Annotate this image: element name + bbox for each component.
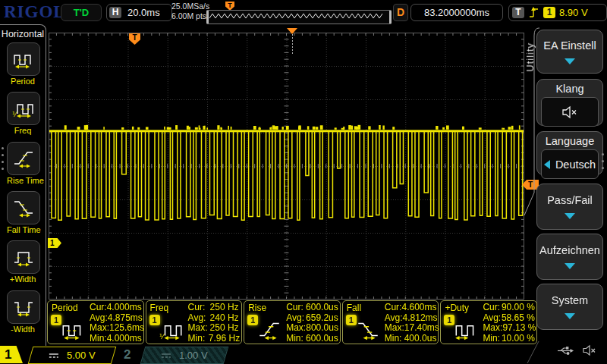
measurement-panel-period: Period 1 Cur:4.000ms Avg:4.875ms Max:125…: [47, 300, 144, 344]
rise-time-icon: [7, 142, 40, 175]
measurement-name: Period: [52, 303, 78, 313]
stat-value: 400.0us: [404, 334, 437, 344]
rigol-logo: RIGOL: [4, 2, 66, 22]
stat-label: Cur:: [188, 303, 210, 313]
rise-glyph-icon: [256, 319, 282, 340]
stat-value: 125.6ms: [109, 323, 144, 334]
stat-value: 600.0us: [306, 303, 338, 313]
stat-value: 58.65 %: [502, 313, 535, 324]
stat-value: 97.13 %: [502, 323, 536, 334]
stat-label: Min:: [188, 334, 209, 344]
memory-waveform-preview[interactable]: [206, 10, 392, 24]
stat-value: 659.2us: [306, 313, 338, 324]
channel2-scale-value: 1.00 V: [179, 350, 208, 361]
duty-glyph-icon: [453, 319, 479, 340]
sidebar-item-rise-time[interactable]: Rise Time: [7, 142, 39, 185]
channel1-number-tag[interactable]: 1: [0, 346, 23, 363]
stat-label: Max:: [483, 323, 502, 334]
stat-value: 800.0us: [306, 323, 338, 334]
measurement-panel-duty: +Duty 1 Cur:90.00 % Avg:58.65 % Max:97.1…: [440, 300, 537, 344]
sidebar-item-label: Fall Time: [7, 225, 39, 234]
right-scroll-indicator: [602, 153, 604, 169]
stat-label: Avg:: [188, 313, 210, 324]
stat-label: Max:: [286, 323, 306, 334]
stat-value: 17.40ms: [404, 323, 439, 334]
stat-label: Avg:: [483, 313, 502, 324]
chevron-left-icon: [544, 160, 550, 169]
measurement-name: +Duty: [445, 303, 469, 313]
stat-value: 250 Hz: [210, 323, 239, 334]
stat-value: 90.00 %: [502, 303, 535, 313]
stat-value: 4.875ms: [108, 313, 143, 324]
horizontal-h-icon: H: [109, 7, 121, 18]
sidebar-item-minus-width[interactable]: -Width: [7, 290, 39, 334]
menu-item-label: Klang: [537, 83, 602, 95]
stat-label: Avg:: [90, 313, 108, 324]
chevron-down-icon: [565, 58, 575, 64]
sidebar-item-fall-time[interactable]: Fall Time: [7, 191, 39, 234]
menu-item-system[interactable]: System: [536, 284, 603, 330]
horizontal-timebase-box[interactable]: H 20.0ms: [106, 4, 172, 21]
menu-item-aufzeichnen[interactable]: Aufzeichnen: [536, 234, 603, 280]
measure-sidebar-title: Horizontal: [0, 29, 46, 39]
stat-value: 4.000ms: [107, 334, 142, 344]
sidebar-item-label: Freq: [7, 126, 39, 135]
menu-item-label: Pass/Fail: [547, 194, 593, 206]
measurement-name: Rise: [248, 303, 266, 313]
freq-glyph-icon: ⅟: [159, 319, 184, 340]
dc-coupling-icon: [161, 352, 171, 359]
timebase-value: 20.0ms: [127, 7, 160, 18]
measurement-panel-rise: Rise 1 Cur:600.0us Avg:659.2us Max:800.0…: [244, 300, 341, 344]
sidebar-item-plus-width[interactable]: +Width: [7, 240, 39, 284]
delay-d-icon: D: [393, 4, 408, 21]
stat-label: Max:: [385, 323, 404, 334]
menu-item-ea-einstell[interactable]: EA Einstell: [536, 30, 603, 74]
svg-text:⅟: ⅟: [12, 111, 17, 118]
stat-label: Cur:: [483, 303, 502, 313]
menu-item-label: EA Einstell: [543, 39, 596, 52]
freq-icon: ⅟: [7, 92, 40, 125]
language-value-box: Deutsch: [541, 149, 599, 179]
sound-setting-box: [541, 97, 599, 127]
channel2-scale-box[interactable]: 1.00 V: [140, 347, 229, 364]
menu-item-klang[interactable]: Klang: [536, 79, 603, 126]
waveform-display[interactable]: [49, 33, 524, 300]
channel1-scale-box[interactable]: 5.00 V: [28, 347, 117, 364]
menu-item-language[interactable]: Language Deutsch: [536, 131, 603, 175]
stat-label: Min:: [286, 334, 306, 344]
stat-label: Max:: [90, 323, 109, 334]
stat-label: Avg:: [286, 313, 306, 324]
left-scroll-indicator: [2, 147, 4, 170]
menu-item-pass-fail[interactable]: Pass/Fail: [536, 184, 603, 230]
sidebar-item-period[interactable]: Period: [7, 42, 39, 86]
rising-edge-icon: [528, 6, 539, 19]
trigger-status-badge: T'D: [61, 4, 102, 21]
trigger-delay-triangle-icon[interactable]: [287, 28, 297, 34]
trigger-settings-box[interactable]: T 1 8.90 V: [508, 4, 607, 21]
stat-value: 250 Hz: [210, 303, 239, 313]
stat-label: Cur:: [286, 303, 306, 313]
plus-width-icon: [7, 240, 40, 274]
trigger-level-value: 8.90 V: [559, 7, 588, 18]
usb-icon: [556, 346, 574, 356]
measurement-name: Fall: [347, 303, 361, 313]
period-glyph-icon: [60, 319, 86, 340]
period-icon: [7, 42, 40, 76]
channel2-number-tag[interactable]: 2: [124, 346, 131, 363]
stat-label: Avg:: [385, 313, 403, 324]
trigger-source-badge: 1: [543, 7, 555, 18]
sidebar-item-label: -Width: [7, 325, 39, 334]
acquisition-info: 25.0MSa/s 6.00M pts: [171, 2, 209, 21]
stat-label: Cur:: [385, 303, 402, 313]
fall-glyph-icon: [355, 319, 381, 340]
stat-value: 240 Hz: [210, 313, 239, 324]
measurement-panel-fall: Fall 1 Cur:4.600ms Avg:4.812ms Max:17.40…: [342, 300, 439, 344]
fall-time-icon: [7, 191, 40, 224]
trigger-t-icon: T: [512, 7, 524, 18]
menu-item-label: Aufzeichnen: [539, 244, 600, 256]
preview-waveform: [209, 11, 383, 22]
dc-coupling-icon: [49, 352, 59, 359]
sidebar-item-freq[interactable]: ⅟ Freq: [7, 92, 39, 135]
stat-label: Min:: [385, 334, 404, 344]
delay-value-box[interactable]: 83.2000000ms: [410, 4, 503, 21]
